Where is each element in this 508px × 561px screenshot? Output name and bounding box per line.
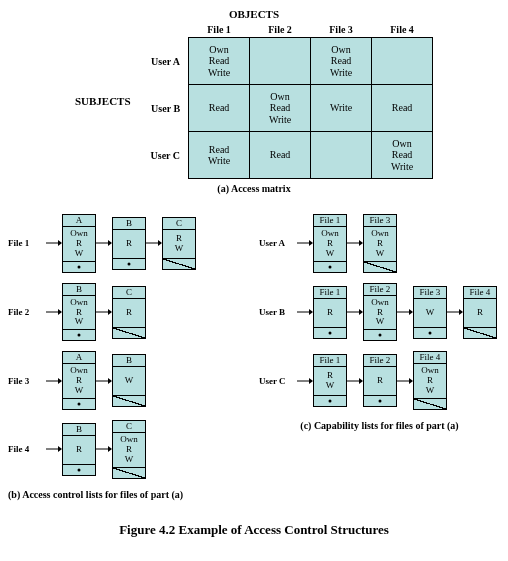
col-header: File 2: [250, 22, 311, 38]
node-head: C: [113, 421, 145, 433]
matrix-cell: OwnReadWrite: [372, 132, 433, 179]
matrix-cell: Write: [311, 85, 372, 132]
cap-chain-label: User A: [259, 238, 297, 248]
node-head: File 3: [364, 215, 396, 227]
list-node: AOwnRW: [62, 214, 96, 273]
access-matrix-table: File 1 File 2 File 3 File 4 User A OwnRe…: [143, 22, 434, 179]
node-head: File 4: [464, 287, 496, 299]
list-node: CRW: [162, 217, 196, 270]
matrix-cell: OwnReadWrite: [311, 38, 372, 85]
linked-list-chain: User CFile 1RWFile 2RFile 4OwnRW: [259, 351, 500, 410]
acl-chain-label: File 4: [8, 444, 46, 454]
access-matrix-section: OBJECTS SUBJECTS File 1 File 2 File 3 Fi…: [8, 8, 500, 194]
list-node: File 3W: [413, 286, 447, 339]
node-head: C: [163, 218, 195, 230]
null-pointer-icon: [113, 327, 145, 338]
pointer-icon: [63, 398, 95, 409]
arrow-icon: [397, 376, 413, 386]
null-pointer-icon: [364, 261, 396, 272]
arrow-icon: [146, 238, 162, 248]
pointer-icon: [63, 261, 95, 272]
node-body: OwnRW: [63, 227, 95, 261]
pointer-icon: [364, 395, 396, 406]
objects-label: OBJECTS: [8, 8, 500, 20]
cap-chain-label: User B: [259, 307, 297, 317]
arrow-icon: [46, 376, 62, 386]
subjects-label: SUBJECTS: [75, 95, 131, 107]
list-node: BR: [62, 423, 96, 476]
node-body: W: [414, 299, 446, 327]
null-pointer-icon: [414, 398, 446, 409]
list-node: File 3OwnRW: [363, 214, 397, 273]
node-body: OwnRW: [63, 364, 95, 398]
col-header: File 3: [311, 22, 372, 38]
node-body: R: [113, 230, 145, 258]
arrow-icon: [46, 238, 62, 248]
matrix-cell: ReadWrite: [189, 132, 250, 179]
node-body: R: [113, 299, 145, 327]
list-node: AOwnRW: [62, 351, 96, 410]
linked-list-chain: File 1AOwnRWBRCRW: [8, 214, 249, 273]
node-head: B: [63, 284, 95, 296]
matrix-cell: Read: [250, 132, 311, 179]
node-body: W: [113, 367, 145, 395]
node-body: OwnRW: [364, 296, 396, 330]
matrix-cell: Read: [372, 85, 433, 132]
linked-list-chain: User AFile 1OwnRWFile 3OwnRW: [259, 214, 500, 273]
node-body: R: [63, 436, 95, 464]
matrix-cell: [372, 38, 433, 85]
arrow-icon: [297, 307, 313, 317]
node-head: B: [63, 424, 95, 436]
col-header: File 1: [189, 22, 250, 38]
list-node: BR: [112, 217, 146, 270]
acl-caption: (b) Access control lists for files of pa…: [8, 489, 249, 500]
arrow-icon: [96, 376, 112, 386]
node-head: A: [63, 215, 95, 227]
list-node: File 2R: [363, 354, 397, 407]
node-body: RW: [314, 367, 346, 395]
linked-list-chain: File 3AOwnRWBW: [8, 351, 249, 410]
cap-chain-label: User C: [259, 376, 297, 386]
null-pointer-icon: [113, 467, 145, 478]
arrow-icon: [347, 376, 363, 386]
pointer-icon: [113, 258, 145, 269]
matrix-caption: (a) Access matrix: [8, 183, 500, 194]
figure-title: Figure 4.2 Example of Access Control Str…: [8, 522, 500, 538]
node-head: File 2: [364, 355, 396, 367]
col-header: File 4: [372, 22, 433, 38]
node-body: RW: [163, 230, 195, 258]
arrow-icon: [96, 307, 112, 317]
arrow-icon: [96, 238, 112, 248]
node-head: File 1: [314, 355, 346, 367]
node-head: File 1: [314, 215, 346, 227]
pointer-icon: [314, 261, 346, 272]
cap-column: User AFile 1OwnRWFile 3OwnRWUser BFile 1…: [259, 214, 500, 500]
arrow-icon: [397, 307, 413, 317]
linked-list-chain: File 4BRCOwnRW: [8, 420, 249, 479]
node-head: B: [113, 355, 145, 367]
arrow-icon: [46, 307, 62, 317]
node-head: File 3: [414, 287, 446, 299]
node-body: OwnRW: [113, 433, 145, 467]
arrow-icon: [297, 376, 313, 386]
row-label: User C: [143, 132, 189, 179]
node-body: OwnRW: [414, 364, 446, 398]
node-body: OwnRW: [314, 227, 346, 261]
arrow-icon: [297, 238, 313, 248]
null-pointer-icon: [163, 258, 195, 269]
arrow-icon: [347, 307, 363, 317]
pointer-icon: [63, 464, 95, 475]
acl-chain-label: File 2: [8, 307, 46, 317]
pointer-icon: [63, 329, 95, 340]
list-node: CR: [112, 286, 146, 339]
node-head: C: [113, 287, 145, 299]
list-node: File 1RW: [313, 354, 347, 407]
node-body: OwnRW: [364, 227, 396, 261]
acl-chain-label: File 3: [8, 376, 46, 386]
list-node: File 4OwnRW: [413, 351, 447, 410]
list-node: COwnRW: [112, 420, 146, 479]
list-node: File 1R: [313, 286, 347, 339]
arrow-icon: [347, 238, 363, 248]
node-head: File 2: [364, 284, 396, 296]
node-body: R: [464, 299, 496, 327]
